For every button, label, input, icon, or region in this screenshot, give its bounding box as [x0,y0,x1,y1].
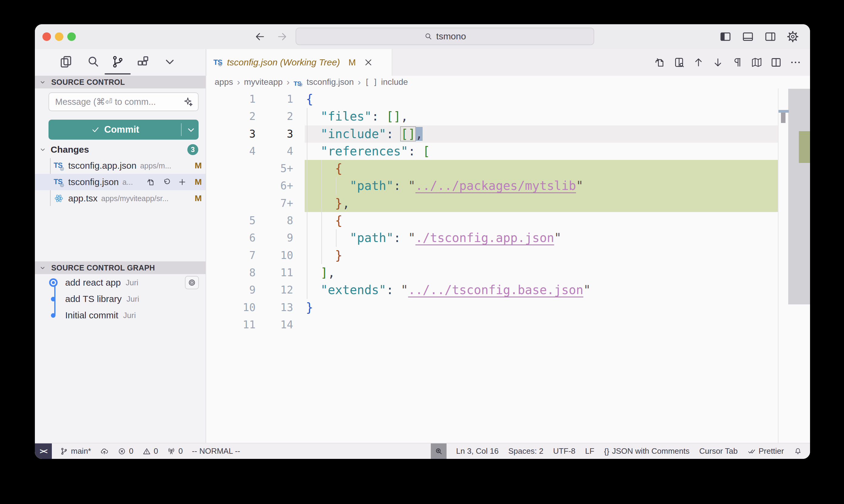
code-line[interactable]: 5+ { [206,160,810,177]
change-item-tsconfig.app.json[interactable]: TStsconfig.app.jsonapps/m...M [35,158,206,174]
commit-button-main[interactable]: Commit [49,120,182,140]
code-line[interactable]: 6+ "path": "../../packages/mytslib" [206,177,810,195]
source-control-title: SOURCE CONTROL [51,78,125,87]
code-line[interactable]: 811 ], [206,264,810,282]
more-actions-icon[interactable] [789,56,802,69]
code-line[interactable]: 22 "files": [], [206,108,810,125]
change-item-tsconfig.json[interactable]: TStsconfig.jsona...M [35,174,206,190]
changes-section-header[interactable]: Changes 3 [35,142,206,157]
formatter[interactable]: Prettier [747,444,784,459]
error-count[interactable]: 0 [118,444,133,459]
navigate-forward-icon[interactable] [276,30,289,43]
notifications[interactable] [794,444,802,459]
next-change-icon[interactable] [712,56,724,69]
warning-count-label: 0 [154,447,158,456]
commit-message-input[interactable] [49,97,181,107]
render-whitespace-icon[interactable] [731,56,743,69]
navigate-back-icon[interactable] [254,30,266,43]
toggle-left-panel-icon[interactable] [719,30,732,43]
code-line-text: ], [305,264,778,282]
modified-line-number: 13 [261,299,298,316]
vim-mode[interactable]: -- NORMAL -- [192,444,240,459]
commit-button[interactable]: Commit [49,120,199,140]
toggle-right-panel-icon[interactable] [764,30,777,43]
remote-indicator[interactable]: >< [35,444,52,459]
eol[interactable]: LF [585,444,594,459]
code-line[interactable]: 7+ }, [206,195,810,212]
stage-changes-icon[interactable] [178,178,187,186]
activity-item-search[interactable] [86,55,100,69]
sync-changes[interactable] [100,444,108,459]
open-file-icon[interactable] [146,178,155,186]
code-line[interactable]: 58 { [206,212,810,229]
cursor-position[interactable]: Ln 3, Col 16 [456,444,499,459]
commit-row[interactable]: add TS libraryJuri [35,291,206,307]
minimap[interactable] [778,88,810,443]
ports[interactable]: 0 [167,444,183,459]
code-line[interactable]: 912 "extends": "../../tsconfig.base.json… [206,282,810,299]
code-line[interactable]: 1114 [206,316,810,334]
commit-row[interactable]: Initial commitJuri [35,307,206,323]
code-line[interactable]: 1013} [206,299,810,316]
activity-item-extensions[interactable] [136,55,150,69]
typescript-config-icon: TS [213,60,222,66]
breadcrumb-item-tsconfig.json[interactable]: tsconfig.json [307,77,354,87]
code-line[interactable]: 69 "path": "./tsconfig.app.json" [206,229,810,247]
breadcrumb-item-apps[interactable]: apps [214,77,233,87]
previous-change-icon[interactable] [692,56,705,69]
goto-commit-button[interactable] [185,276,199,289]
cursor-tab[interactable]: Cursor Tab [700,444,738,459]
original-line-number: 7 [206,247,261,264]
code-area[interactable]: 11{22 "files": [],33 "include": [],44 "r… [206,88,810,443]
code-line[interactable]: 44 "references": [ [206,143,810,160]
split-editor-icon[interactable] [770,56,782,69]
tab-tsconfig-json[interactable]: TS tsconfig.json (Working Tree) M [207,49,392,76]
code-link[interactable]: ../../tsconfig.base.json [408,283,583,297]
commit-row[interactable]: add react appJuri [35,274,206,291]
code-token: { [335,161,342,175]
file-path: apps/myviteapp/sr... [101,194,169,203]
original-line-number: 4 [206,143,261,160]
encoding[interactable]: UTF-8 [553,444,575,459]
inline-view-icon[interactable] [673,56,685,69]
source-control-graph-header[interactable]: SOURCE CONTROL GRAPH [35,262,206,274]
command-center-search[interactable]: tsmono [296,28,594,45]
discard-changes-icon[interactable] [162,178,171,186]
breadcrumb-item-myviteapp[interactable]: myviteapp [244,77,283,87]
source-control-header[interactable]: SOURCE CONTROL [35,76,206,88]
close-window-button[interactable] [42,32,51,41]
close-icon[interactable] [363,57,374,68]
open-changes-icon[interactable] [654,56,666,69]
minimize-window-button[interactable] [55,32,63,41]
activity-item-source-control[interactable] [110,55,125,69]
branch-indicator[interactable]: main* [60,444,91,459]
branch-indicator-label: main* [71,447,91,456]
code-link[interactable]: ./tsconfig.app.json [415,231,554,245]
zoom-indicator[interactable] [431,444,447,459]
file-path: apps/m... [140,161,171,170]
indentation-label: Spaces: 2 [509,447,544,456]
code-line-text: } [305,247,778,264]
code-link[interactable]: ../../packages/mytslib [415,179,576,193]
activity-item-more-views[interactable] [162,55,177,69]
breadcrumb-separator: › [237,77,240,87]
code-line[interactable]: 33 "include": [], [206,125,810,143]
sparkle-icon[interactable] [183,96,194,107]
code-token: : [372,109,379,123]
breadcrumb-item-include[interactable]: include [381,77,408,87]
zoom-window-button[interactable] [67,32,76,41]
commit-dropdown-icon[interactable] [186,125,196,136]
language-mode[interactable]: {}JSON with Comments [604,444,689,459]
code-line[interactable]: 11{ [206,91,810,108]
changes-label: Changes [51,144,89,155]
map-icon[interactable] [751,56,763,69]
warning-count[interactable]: 0 [142,444,158,459]
code-line[interactable]: 710 } [206,247,810,264]
indentation[interactable]: Spaces: 2 [509,444,544,459]
toggle-bottom-panel-icon[interactable] [742,30,754,43]
activity-item-explorer[interactable] [59,55,73,69]
minimap-slider[interactable] [788,89,810,304]
settings-gear-icon[interactable] [787,30,799,43]
code-token [415,144,423,158]
change-item-app.tsx[interactable]: app.tsxapps/myviteapp/sr...M [35,190,206,206]
